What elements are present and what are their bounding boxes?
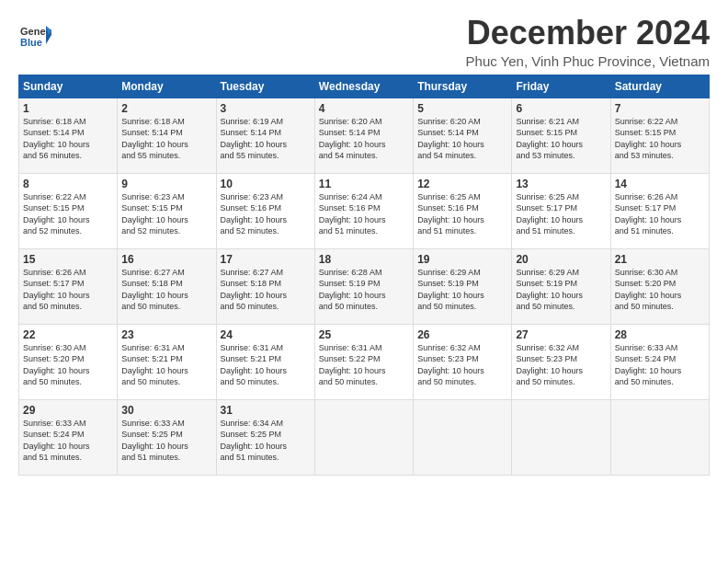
table-row: 23Sunrise: 6:31 AM Sunset: 5:21 PM Dayli… [118,324,216,399]
table-row: 5Sunrise: 6:20 AM Sunset: 5:14 PM Daylig… [414,98,512,173]
table-row [512,399,610,475]
table-row: 21Sunrise: 6:30 AM Sunset: 5:20 PM Dayli… [610,248,709,324]
table-row: 17Sunrise: 6:27 AM Sunset: 5:18 PM Dayli… [216,248,314,324]
col-wednesday: Wednesday [314,75,413,98]
table-row: 11Sunrise: 6:24 AM Sunset: 5:16 PM Dayli… [314,173,413,248]
table-row: 19Sunrise: 6:29 AM Sunset: 5:19 PM Dayli… [414,248,512,324]
col-tuesday: Tuesday [216,75,314,98]
table-row [314,399,413,475]
table-row: 22Sunrise: 6:30 AM Sunset: 5:20 PM Dayli… [19,324,118,399]
table-row: 7Sunrise: 6:22 AM Sunset: 5:15 PM Daylig… [610,98,709,173]
page-title: December 2024 [466,15,710,52]
table-row: 31Sunrise: 6:34 AM Sunset: 5:25 PM Dayli… [216,399,314,475]
table-row: 24Sunrise: 6:31 AM Sunset: 5:21 PM Dayli… [216,324,314,399]
col-monday: Monday [118,75,216,98]
col-sunday: Sunday [19,75,118,98]
table-row: 18Sunrise: 6:28 AM Sunset: 5:19 PM Dayli… [314,248,413,324]
table-row: 1Sunrise: 6:18 AM Sunset: 5:14 PM Daylig… [19,98,118,173]
table-row: 30Sunrise: 6:33 AM Sunset: 5:25 PM Dayli… [118,399,216,475]
logo: General Blue [18,18,51,48]
location-subtitle: Phuc Yen, Vinh Phuc Province, Vietnam [466,53,710,69]
table-row: 16Sunrise: 6:27 AM Sunset: 5:18 PM Dayli… [118,248,216,324]
table-row: 25Sunrise: 6:31 AM Sunset: 5:22 PM Dayli… [314,324,413,399]
table-row: 2Sunrise: 6:18 AM Sunset: 5:14 PM Daylig… [118,98,216,173]
table-row: 29Sunrise: 6:33 AM Sunset: 5:24 PM Dayli… [19,399,118,475]
table-row: 13Sunrise: 6:25 AM Sunset: 5:17 PM Dayli… [512,173,610,248]
col-saturday: Saturday [610,75,709,98]
table-row: 10Sunrise: 6:23 AM Sunset: 5:16 PM Dayli… [216,173,314,248]
table-row: 28Sunrise: 6:33 AM Sunset: 5:24 PM Dayli… [610,324,709,399]
table-row: 9Sunrise: 6:23 AM Sunset: 5:15 PM Daylig… [118,173,216,248]
table-row [414,399,512,475]
table-row: 27Sunrise: 6:32 AM Sunset: 5:23 PM Dayli… [512,324,610,399]
table-row: 14Sunrise: 6:26 AM Sunset: 5:17 PM Dayli… [610,173,709,248]
table-row: 12Sunrise: 6:25 AM Sunset: 5:16 PM Dayli… [414,173,512,248]
table-row [610,399,709,475]
svg-text:Blue: Blue [20,37,42,48]
table-row: 4Sunrise: 6:20 AM Sunset: 5:14 PM Daylig… [314,98,413,173]
table-row: 6Sunrise: 6:21 AM Sunset: 5:15 PM Daylig… [512,98,610,173]
table-row: 26Sunrise: 6:32 AM Sunset: 5:23 PM Dayli… [414,324,512,399]
table-row: 20Sunrise: 6:29 AM Sunset: 5:19 PM Dayli… [512,248,610,324]
table-row: 15Sunrise: 6:26 AM Sunset: 5:17 PM Dayli… [19,248,118,324]
table-row: 8Sunrise: 6:22 AM Sunset: 5:15 PM Daylig… [19,173,118,248]
col-thursday: Thursday [414,75,512,98]
table-row: 3Sunrise: 6:19 AM Sunset: 5:14 PM Daylig… [216,98,314,173]
col-friday: Friday [512,75,610,98]
